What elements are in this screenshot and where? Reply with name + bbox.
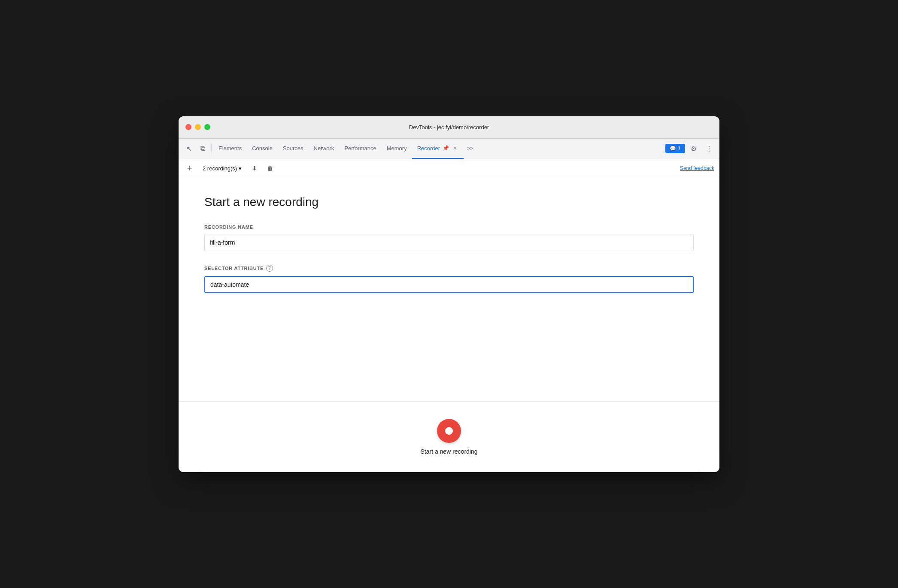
recorder-toolbar: + 2 recording(s) ▾ ⬇ 🗑 Send feedback — [179, 159, 719, 178]
close-button[interactable] — [185, 124, 191, 130]
tabs-right-controls: 💬 1 ⚙ ⋮ — [665, 142, 716, 155]
help-icon[interactable]: ? — [266, 265, 273, 272]
cursor-icon: ↖ — [186, 145, 192, 153]
cursor-icon-btn[interactable]: ↖ — [182, 142, 196, 155]
maximize-button[interactable] — [204, 124, 210, 130]
tab-console[interactable]: Console — [247, 138, 278, 159]
tab-network[interactable]: Network — [309, 138, 340, 159]
more-tabs-button[interactable]: >> — [464, 145, 476, 152]
ellipsis-icon: ⋮ — [706, 145, 713, 153]
recording-name-group: RECORDING NAME — [204, 224, 694, 251]
start-recording-button[interactable] — [437, 419, 461, 443]
tab-performance[interactable]: Performance — [339, 138, 381, 159]
recording-name-label: RECORDING NAME — [204, 224, 694, 230]
devtools-tab-bar: ↖ ⧉ Elements Console Sources Network Per… — [179, 139, 719, 159]
delete-recording-button[interactable]: 🗑 — [264, 162, 276, 174]
pin-icon: 📌 — [443, 145, 449, 151]
selector-attribute-group: SELECTOR ATTRIBUTE ? — [204, 265, 694, 293]
page-title: Start a new recording — [204, 195, 694, 209]
recording-name-input[interactable] — [204, 234, 694, 251]
send-feedback-button[interactable]: Send feedback — [680, 165, 714, 171]
gear-icon: ⚙ — [691, 145, 697, 153]
devtools-window: DevTools - jec.fyi/demo/recorder ↖ ⧉ Ele… — [179, 116, 719, 472]
window-controls — [185, 124, 210, 130]
download-recording-button[interactable]: ⬇ — [249, 162, 261, 174]
add-recording-button[interactable]: + — [184, 162, 196, 174]
tab-recorder[interactable]: Recorder 📌 × — [412, 138, 464, 159]
inspect-icon-btn[interactable]: ⧉ — [196, 142, 209, 155]
plus-icon: + — [187, 163, 193, 174]
start-recording-label: Start a new recording — [420, 448, 477, 455]
selector-attribute-input[interactable] — [204, 276, 694, 293]
record-inner-circle — [445, 427, 453, 435]
tab-separator — [211, 143, 212, 154]
more-options-button[interactable]: ⋮ — [702, 142, 716, 155]
chat-button[interactable]: 💬 1 — [665, 144, 685, 153]
selector-attribute-label: SELECTOR ATTRIBUTE ? — [204, 265, 694, 272]
layers-icon: ⧉ — [200, 145, 205, 152]
title-bar: DevTools - jec.fyi/demo/recorder — [179, 116, 719, 139]
trash-icon: 🗑 — [267, 165, 273, 172]
tab-memory[interactable]: Memory — [382, 138, 412, 159]
window-title: DevTools - jec.fyi/demo/recorder — [409, 124, 489, 130]
tab-elements[interactable]: Elements — [213, 138, 247, 159]
tab-close-recorder[interactable]: × — [452, 145, 458, 152]
minimize-button[interactable] — [195, 124, 201, 130]
bottom-area: Start a new recording — [179, 401, 719, 472]
chevron-down-icon: ▾ — [239, 165, 242, 172]
tab-sources[interactable]: Sources — [278, 138, 309, 159]
settings-button[interactable]: ⚙ — [687, 142, 701, 155]
chat-icon: 💬 — [670, 145, 676, 152]
download-icon: ⬇ — [252, 165, 257, 172]
recording-selector[interactable]: 2 recording(s) ▾ — [199, 164, 245, 173]
main-content: Start a new recording RECORDING NAME SEL… — [179, 178, 719, 401]
